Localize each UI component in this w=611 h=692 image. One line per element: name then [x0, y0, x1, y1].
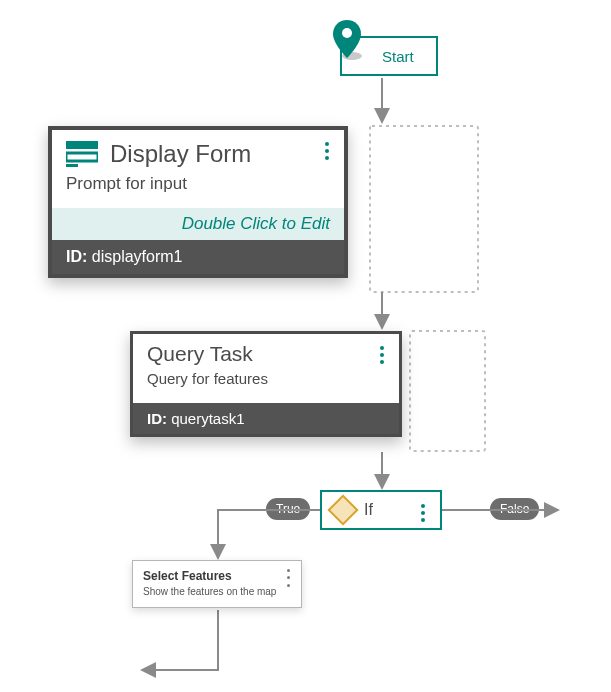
branch-false-label: False [490, 498, 539, 520]
more-icon[interactable] [375, 344, 389, 366]
branch-true-label: True [266, 498, 310, 520]
display-form-title: Display Form [110, 140, 251, 168]
more-icon[interactable] [416, 502, 430, 524]
decision-icon [327, 494, 358, 525]
more-icon[interactable] [320, 140, 334, 162]
svg-rect-3 [410, 331, 485, 451]
display-form-id-bar: ID: displayform1 [52, 240, 344, 274]
query-task-id-bar: ID: querytask1 [133, 403, 399, 434]
display-form-subtitle: Prompt for input [52, 174, 344, 208]
svg-rect-1 [370, 126, 478, 292]
svg-rect-8 [66, 141, 98, 149]
svg-rect-9 [66, 153, 98, 161]
form-icon [66, 141, 98, 167]
svg-rect-10 [66, 164, 78, 167]
query-task-node[interactable]: Query Task Query for features ID: queryt… [130, 331, 402, 437]
display-form-node[interactable]: Display Form Prompt for input Double Cli… [48, 126, 348, 278]
select-features-node[interactable]: Select Features Show the features on the… [132, 560, 302, 608]
query-task-title: Query Task [147, 342, 253, 366]
display-form-hint: Double Click to Edit [52, 208, 344, 240]
map-pin-icon [330, 18, 364, 62]
start-label: Start [382, 48, 414, 65]
start-node[interactable]: Start [340, 36, 438, 76]
select-features-subtitle: Show the features on the map [143, 586, 291, 597]
if-node[interactable]: If [320, 490, 442, 530]
more-icon[interactable] [281, 567, 295, 589]
if-label: If [364, 501, 373, 519]
select-features-title: Select Features [143, 569, 291, 583]
query-task-subtitle: Query for features [133, 370, 399, 403]
svg-point-7 [342, 28, 352, 38]
